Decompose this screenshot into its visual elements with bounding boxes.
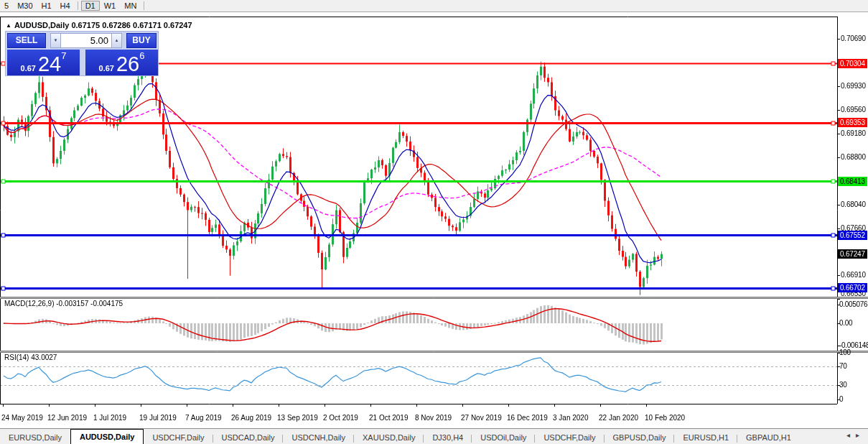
timeframe-button-d1[interactable]: D1 <box>81 1 100 11</box>
macd-indicator-label: MACD(12,26,9) -0.003157 -0.004175 <box>4 300 123 307</box>
sell-price-pips: 7 <box>61 51 66 60</box>
date-axis-label: 10 Feb 2020 <box>645 414 685 422</box>
timeframe-button-m30[interactable]: M30 <box>13 1 37 11</box>
axis-price-label: 0.69560 <box>841 106 866 114</box>
axis-price-label: 0.68800 <box>841 153 866 161</box>
axis-price-label: 0.69930 <box>841 82 866 90</box>
price-chart-canvas[interactable] <box>0 17 868 428</box>
timeframe-button-h4[interactable]: H4 <box>56 1 75 11</box>
toolbar-separator <box>144 1 144 10</box>
chart-tab-bar: EURUSD,DailyAUDUSD,DailyUSDCHF,DailyUSDC… <box>0 428 868 444</box>
date-axis-label: 13 Sep 2019 <box>277 414 318 422</box>
date-axis-label: 22 Jan 2020 <box>599 414 638 422</box>
rsi-axis-label: 70 <box>839 362 847 370</box>
date-axis-label: 8 Nov 2019 <box>415 414 452 422</box>
chart-tab-usdchf-daily[interactable]: USDCHF,Daily <box>535 431 604 444</box>
level-price-badge: 0.70304 <box>838 59 867 68</box>
date-axis-label: 24 May 2019 <box>1 414 43 422</box>
buy-price-big: 26 <box>116 55 139 74</box>
date-axis-label: 2 Oct 2019 <box>323 414 358 422</box>
level-price-badge: 0.67552 <box>838 231 867 240</box>
axis-price-label: 0.69180 <box>841 129 866 137</box>
chart-tab-usdoil-daily[interactable]: USDOil,Daily <box>472 431 535 444</box>
timeframe-toolbar: 5M30H1H4D1W1MN <box>0 0 868 12</box>
tab-scroll-left-icon[interactable]: ◂ <box>846 431 856 439</box>
tab-scroll-arrows: ◂▸ <box>846 431 865 439</box>
chart-tab-gbpusd-daily[interactable]: GBPUSD,Daily <box>605 431 675 444</box>
timeframe-button-h1[interactable]: H1 <box>37 1 56 11</box>
level-price-badge: 0.68413 <box>838 177 867 186</box>
chart-tab-usdchf-daily[interactable]: USDCHF,Daily <box>144 431 213 444</box>
sell-price-prefix: 0.67 <box>21 63 36 74</box>
rsi-axis-label: 0 <box>839 395 843 403</box>
chart-tab-xauusd-daily[interactable]: XAUUSD,Daily <box>354 431 424 444</box>
buy-button[interactable]: BUY <box>126 33 157 48</box>
level-price-badge: 0.69353 <box>838 118 867 127</box>
sell-button[interactable]: SELL <box>7 33 46 48</box>
date-axis-label: 1 Jul 2019 <box>93 414 126 422</box>
rsi-indicator-label: RSI(14) 43.0027 <box>4 353 57 361</box>
trading-app-window: 5M30H1H4D1W1MN ▲AUDUSD,Daily 0.67175 0.6… <box>0 0 868 444</box>
chart-tab-eurusd-h1[interactable]: EURUSD,H1 <box>674 431 737 444</box>
rsi-axis-label: 30 <box>839 381 847 389</box>
volume-increase-button[interactable]: ▲ <box>111 33 122 48</box>
chart-tab-eurusd-daily[interactable]: EURUSD,Daily <box>0 431 70 444</box>
chart-tab-audusd-daily[interactable]: AUDUSD,Daily <box>70 429 144 444</box>
buy-price-prefix: 0.67 <box>99 63 114 74</box>
macd-axis-label: 0.005076 <box>839 300 867 308</box>
timeframe-button-5[interactable]: 5 <box>0 1 13 11</box>
sell-price-big: 24 <box>38 55 61 74</box>
volume-input[interactable] <box>61 33 111 48</box>
chart-tab-usdcnh-daily[interactable]: USDCNH,Daily <box>283 431 354 444</box>
tab-scroll-right-icon[interactable]: ▸ <box>856 431 865 439</box>
chart-tab-dj30-h4[interactable]: DJ30,H4 <box>424 431 472 444</box>
toolbar-separator <box>78 1 78 10</box>
one-click-trade-panel: SELL ▼ ▲ BUY 0.67 24 7 0.67 26 6 <box>5 31 159 76</box>
current-price-badge: 0.67247 <box>838 249 867 259</box>
buy-price-pips: 6 <box>139 51 144 60</box>
level-price-badge: 0.66702 <box>838 283 867 292</box>
date-axis-label: 27 Nov 2019 <box>461 414 502 422</box>
date-axis-label: 16 Dec 2019 <box>507 414 548 422</box>
date-axis-label: 19 Jul 2019 <box>139 414 177 422</box>
collapse-arrow-icon[interactable]: ▲ <box>6 22 11 29</box>
date-axis-label: 26 Aug 2019 <box>231 414 271 422</box>
axis-price-label: 0.66910 <box>841 271 866 279</box>
sell-price-tile[interactable]: 0.67 24 7 <box>7 50 80 75</box>
date-axis-label: 3 Jan 2020 <box>553 414 589 422</box>
axis-price-label: 0.68040 <box>841 200 866 208</box>
timeframe-button-w1[interactable]: W1 <box>100 1 121 11</box>
macd-axis-label: 0.00 <box>839 319 852 327</box>
chart-tab-gbpaud-h1[interactable]: GBPAUD,H1 <box>737 431 800 444</box>
axis-price-label: 0.70690 <box>841 34 866 42</box>
date-axis-label: 21 Oct 2019 <box>369 414 408 422</box>
buy-price-tile[interactable]: 0.67 26 6 <box>85 50 158 75</box>
date-axis-label: 12 Jun 2019 <box>47 414 87 422</box>
rsi-axis-label: 100 <box>839 348 851 356</box>
chart-title: ▲AUDUSD,Daily 0.67175 0.67286 0.67171 0.… <box>6 21 192 29</box>
chart-title-ohlc: 0.67175 0.67286 0.67171 0.67247 <box>71 21 192 29</box>
chart-tab-usdcad-daily[interactable]: USDCAD,Daily <box>213 431 284 444</box>
volume-decrease-button[interactable]: ▼ <box>50 33 61 48</box>
chart-title-symbol: AUDUSD,Daily <box>14 21 69 29</box>
date-axis-label: 7 Aug 2019 <box>185 414 222 422</box>
timeframe-button-mn[interactable]: MN <box>120 1 141 11</box>
